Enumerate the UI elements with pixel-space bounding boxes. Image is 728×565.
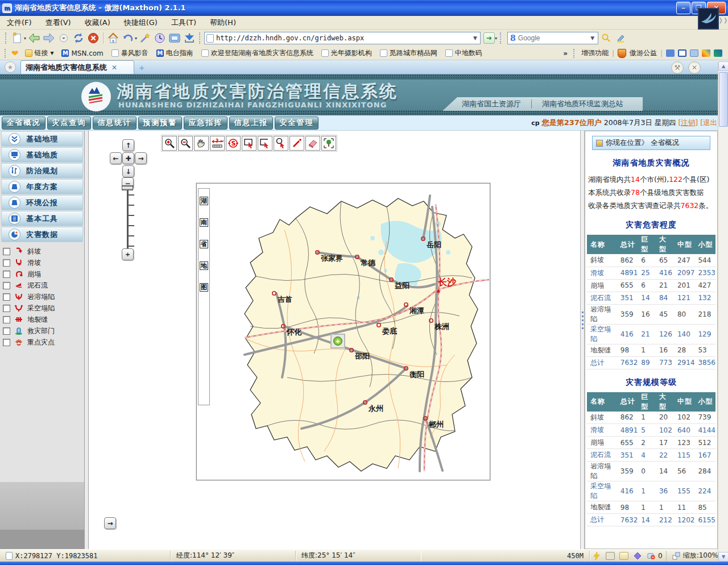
nav-tab-1[interactable]: 灾点查询: [47, 117, 91, 130]
sidebar-group-3[interactable]: 年度方案: [1, 179, 83, 194]
tab-close-icon[interactable]: ✕: [111, 64, 117, 72]
capture-button[interactable]: [168, 31, 181, 45]
menu-item-1[interactable]: 查看(V): [39, 16, 78, 30]
zoom-in-tool-button[interactable]: [162, 136, 177, 151]
panel-splitter[interactable]: [580, 131, 585, 549]
hunan-map[interactable]: 张家界常德岳阳益阳★长沙吉首怀化湘潭株洲娄底邵阳衡阳永州郴州: [210, 184, 490, 479]
sidebar-group-1[interactable]: 基础地质: [1, 147, 83, 163]
logout-link[interactable]: [注销]: [678, 118, 698, 128]
search-go-icon[interactable]: [599, 31, 613, 45]
zoom-slider-plus-button[interactable]: ＋: [122, 248, 134, 260]
blocked-count-icon[interactable]: [647, 552, 656, 560]
url-dropdown-icon[interactable]: ▼: [472, 35, 478, 41]
nav-tab-4[interactable]: 应急指挥: [184, 117, 228, 130]
full-extent-tool-button[interactable]: [321, 136, 336, 151]
close-tabs-round-button[interactable]: ✕: [688, 61, 701, 74]
new-page-dropdown-icon[interactable]: ▾: [24, 36, 26, 41]
search-dropdown-icon[interactable]: ▼: [589, 35, 595, 41]
sidebar-group-2[interactable]: 防治规划: [1, 163, 83, 178]
boost-lightning-icon[interactable]: [592, 552, 601, 560]
highlight-button[interactable]: [614, 31, 628, 45]
zoom-slider-handle[interactable]: [122, 185, 133, 190]
page-scrollbar[interactable]: ▲ ▼: [718, 61, 728, 562]
enhance-features-link[interactable]: 增强功能: [581, 48, 609, 58]
sidebar-splitter[interactable]: [84, 131, 89, 549]
toolbar-grip[interactable]: [5, 32, 7, 44]
links-bar-item-4[interactable]: 欢迎登陆湖南省地质灾害信息系统: [197, 47, 317, 59]
sidebar-group-5[interactable]: 基本工具: [1, 211, 83, 226]
link-geo-monitor-station[interactable]: 湖南省地质环境监测总站: [532, 99, 634, 109]
search-input[interactable]: [518, 34, 587, 42]
favorites-heart-icon[interactable]: ❤: [11, 48, 19, 59]
layer-checkbox[interactable]: [3, 259, 10, 267]
search-grip[interactable]: [500, 32, 502, 44]
history-clock-button[interactable]: [153, 31, 167, 45]
refresh-button[interactable]: [72, 31, 85, 45]
links-overflow-icon[interactable]: »: [563, 49, 568, 57]
go-button[interactable]: ➔: [483, 32, 495, 44]
search-box[interactable]: 8 ▼: [507, 32, 598, 44]
redline-tool-button[interactable]: [289, 136, 304, 151]
tools-round-button[interactable]: ⚒: [671, 61, 684, 74]
menu-item-3[interactable]: 快捷组(G): [117, 16, 164, 30]
links-bar-item-7[interactable]: 中地数码: [441, 47, 486, 59]
pan-up-button[interactable]: ↑: [122, 139, 134, 151]
menu-item-5[interactable]: 帮助(H): [203, 16, 243, 30]
sidebar-group-4[interactable]: 环境公报: [1, 195, 83, 210]
history-dropdown-button[interactable]: [57, 31, 71, 45]
forward-button[interactable]: [42, 31, 56, 45]
toolbar-collapse-icon[interactable]: ❭❭: [718, 17, 726, 25]
links-bar-item-3[interactable]: M电台指南: [152, 47, 197, 59]
tab-active[interactable]: 湖南省地质灾害信息系统 ✕: [20, 60, 134, 74]
links-bar-item-5[interactable]: 光年摄影机构: [317, 47, 376, 59]
pens-icon[interactable]: [702, 49, 710, 57]
resize-icon[interactable]: [672, 552, 680, 560]
scroll-down-button[interactable]: ▼: [718, 552, 728, 562]
exit-link[interactable]: [退出]: [700, 118, 720, 128]
scroll-up-button[interactable]: ▲: [718, 61, 728, 71]
notes-icon[interactable]: [690, 49, 698, 57]
nav-tab-6[interactable]: 安全管理: [275, 117, 318, 130]
link-land-resources[interactable]: 湖南省国土资源厅: [452, 99, 531, 109]
nav-tab-2[interactable]: 信息统计: [93, 117, 136, 130]
layer-checkbox[interactable]: [3, 293, 10, 301]
url-input[interactable]: [216, 34, 470, 42]
address-bar[interactable]: ▼: [204, 32, 481, 44]
stop-button[interactable]: [86, 31, 100, 45]
window-tool-icon[interactable]: [678, 49, 686, 57]
clip-rect-tool-button[interactable]: [258, 136, 272, 151]
layer-checkbox[interactable]: [3, 248, 10, 255]
links-bar-item-0[interactable]: 链接 ▾: [21, 47, 58, 59]
layer-checkbox[interactable]: [3, 271, 10, 278]
plugin-cube-icon[interactable]: [714, 49, 722, 57]
select-rect-tool-button[interactable]: [242, 136, 257, 151]
sidebar-group-6[interactable]: 灾害数据: [1, 227, 83, 242]
gem-icon[interactable]: [633, 552, 642, 560]
measure-tool-button[interactable]: ?: [210, 136, 225, 151]
back-button[interactable]: [27, 31, 41, 45]
go-dropdown-icon[interactable]: ▾: [495, 36, 497, 41]
select-circle-tool-button[interactable]: [274, 136, 288, 151]
menu-item-4[interactable]: 工具(T): [164, 16, 203, 30]
layer-checkbox[interactable]: [3, 282, 10, 289]
pan-tool-button[interactable]: [194, 136, 209, 151]
popup-blocker-icon[interactable]: [606, 552, 615, 560]
sidebar-group-0[interactable]: 基础地理: [1, 131, 83, 147]
menu-item-2[interactable]: 收藏(A): [78, 16, 117, 30]
new-tab-button[interactable]: ＋: [138, 63, 148, 72]
nav-tab-0[interactable]: 全省概况: [2, 117, 46, 130]
pan-down-button[interactable]: ↓: [122, 165, 134, 177]
new-window-icon[interactable]: [619, 552, 628, 560]
layer-checkbox[interactable]: [3, 316, 10, 323]
undo-dropdown-icon[interactable]: ▾: [135, 36, 137, 41]
new-page-button[interactable]: [10, 31, 24, 45]
tab-list-star-icon[interactable]: ★: [5, 61, 16, 73]
pan-right-button[interactable]: →: [135, 152, 147, 164]
layer-checkbox[interactable]: [3, 305, 10, 312]
nav-tab-5[interactable]: 信息上报: [229, 117, 273, 130]
download-button[interactable]: [183, 31, 196, 45]
zoom-out-tool-button[interactable]: [178, 136, 193, 151]
menu-item-0[interactable]: 文件(F): [0, 16, 39, 30]
pan-center-button[interactable]: ✚: [122, 152, 134, 164]
links-bar-item-1[interactable]: MMSN.com: [57, 48, 107, 59]
